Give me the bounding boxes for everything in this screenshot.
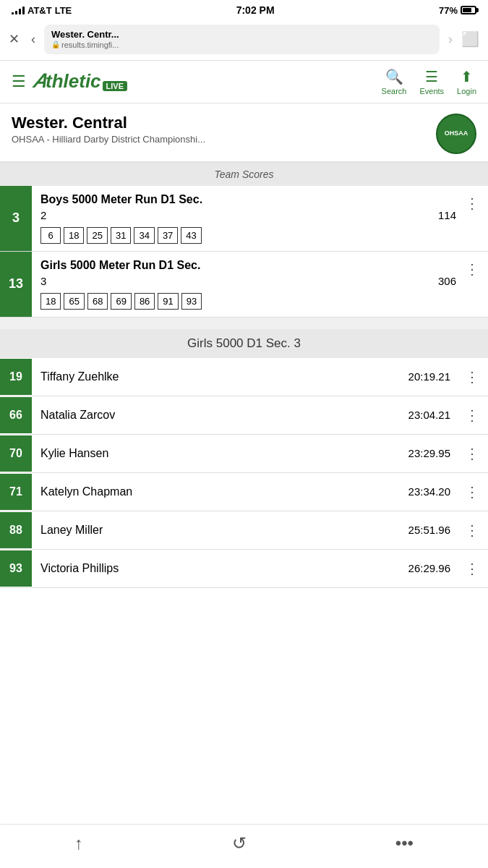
hamburger-icon[interactable]: ☰ [12,72,26,91]
result-menu-5[interactable]: ⋮ [456,511,488,549]
back-icon[interactable]: ‹ [31,32,35,47]
header-actions: 🔍 Search ☰ Events ⬆ Login [382,68,476,95]
result-bib-2: 66 [0,397,32,433]
team-scores-section-title: Team Scores [0,163,488,186]
search-action[interactable]: 🔍 Search [382,68,407,95]
page-title: Wester. Central [12,114,205,132]
event-section-header: Girls 5000 D1 Sec. 3 [0,329,488,358]
result-time-4: 23:34.20 [403,475,456,508]
card-content-2: Girls 5000 Meter Run D1 Sec. 3 306 18 65… [32,252,465,317]
result-name-2: Natalia Zarcov [32,399,403,432]
battery-icon [461,6,476,14]
place-2-5: 86 [134,293,155,310]
card-section-1: 2 [40,209,46,221]
result-bib-3: 70 [0,435,32,472]
result-time-5: 25:51.96 [403,514,456,546]
result-menu-4[interactable]: ⋮ [456,473,488,511]
result-name-5: Laney Miller [32,514,403,547]
result-name-6: Victoria Phillips [32,552,403,585]
place-2-7: 93 [181,293,202,310]
result-time-6: 26:29.96 [403,552,456,584]
result-menu-1[interactable]: ⋮ [456,358,488,396]
team-score-card-2: 13 Girls 5000 Meter Run D1 Sec. 3 306 18… [0,252,488,318]
result-row-6: 93 Victoria Phillips 26:29.96 ⋮ [0,550,488,588]
signal-icon [12,6,25,14]
result-menu-6[interactable]: ⋮ [456,550,488,587]
browser-nav-icons: ✕ ‹ [9,31,35,47]
result-row-3: 70 Kylie Hansen 23:29.95 ⋮ [0,435,488,473]
browser-chrome: ✕ ‹ Wester. Centr... 🔒 results.timingfi.… [0,19,488,61]
logo-text: 𝘈 thletic LIVE [33,69,127,93]
carrier-label: AT&T [27,5,52,16]
result-time-1: 20:19.21 [403,360,456,393]
result-name-4: Katelyn Chapman [32,475,403,509]
close-icon[interactable]: ✕ [9,31,20,47]
network-label: LTE [55,5,72,16]
place-2-1: 18 [40,293,61,310]
card-row-2: 3 306 [40,275,456,287]
place-1-1: 6 [40,227,61,244]
result-row-5: 88 Laney Miller 25:51.96 ⋮ [0,511,488,550]
card-score-2: 306 [438,275,456,287]
event-name-2: Girls 5000 Meter Run D1 Sec. [40,259,456,272]
place-2-3: 68 [87,293,108,310]
status-right: 77% [439,5,476,16]
result-name-3: Kylie Hansen [32,437,403,470]
result-row-4: 71 Katelyn Chapman 23:34.20 ⋮ [0,473,488,511]
place-1-3: 25 [87,227,107,244]
content-area: Team Scores 3 Boys 5000 Meter Run D1 Sec… [0,163,488,639]
places-row-1: 6 18 25 31 34 37 43 [40,227,456,244]
result-bib-4: 71 [0,474,32,510]
place-2-4: 69 [111,293,131,310]
place-1-4: 31 [111,227,131,244]
events-action[interactable]: ☰ Events [419,68,444,95]
card-content-1: Boys 5000 Meter Run D1 Sec. 2 114 6 18 2… [32,186,465,251]
page-header-text: Wester. Central OHSAA - Hilliard Darby D… [12,114,205,145]
place-2-2: 65 [64,293,84,310]
result-menu-2[interactable]: ⋮ [456,396,488,434]
card-row-1: 2 114 [40,209,456,221]
ohsaa-logo: OHSAA [436,114,476,154]
result-row-2: 66 Natalia Zarcov 23:04.21 ⋮ [0,396,488,435]
card-section-2: 3 [40,275,46,287]
result-row-1: 19 Tiffany Zuehlke 20:19.21 ⋮ [0,358,488,396]
places-row-2: 18 65 68 69 86 91 93 [40,293,456,310]
address-bar[interactable]: Wester. Centr... 🔒 results.timingfi... [44,25,440,54]
rank-badge-2: 13 [0,252,32,317]
result-bib-1: 19 [0,359,32,395]
place-2-6: 91 [158,293,178,310]
rank-badge-1: 3 [0,186,32,251]
result-menu-3[interactable]: ⋮ [456,435,488,472]
bookmark-icon[interactable]: ⬜ [461,30,479,48]
section-divider [0,318,488,329]
logo-name: thletic [46,70,101,93]
team-score-card-1: 3 Boys 5000 Meter Run D1 Sec. 2 114 6 18… [0,186,488,252]
lock-icon: 🔒 [51,41,60,49]
result-time-2: 23:04.21 [403,399,456,431]
page-subtitle: OHSAA - Hilliard Darby District Champion… [12,134,205,145]
page-header: Wester. Central OHSAA - Hilliard Darby D… [0,103,488,163]
card-menu-2[interactable]: ⋮ [465,252,488,285]
app-header: ☰ 𝘈 thletic LIVE 🔍 Search ☰ Events ⬆ Log… [0,61,488,103]
place-1-2: 18 [64,227,84,244]
login-action[interactable]: ⬆ Login [457,68,476,95]
events-label: Events [419,87,444,95]
result-bib-5: 88 [0,512,32,548]
logo-live-badge: LIVE [103,81,127,91]
url-label: 🔒 results.timingfi... [51,41,432,50]
page-title-browser: Wester. Centr... [51,29,432,41]
search-icon: 🔍 [385,68,403,85]
card-menu-1[interactable]: ⋮ [465,186,488,219]
place-1-6: 37 [158,227,178,244]
result-name-1: Tiffany Zuehlke [32,360,403,393]
place-1-5: 34 [134,227,154,244]
place-1-7: 43 [181,227,201,244]
time-label: 7:02 PM [236,4,275,16]
result-bib-6: 93 [0,550,32,587]
forward-icon[interactable]: › [448,32,453,47]
login-label: Login [457,87,476,95]
result-time-3: 23:29.95 [403,437,456,469]
battery-percent: 77% [439,5,458,16]
login-icon: ⬆ [461,68,473,85]
events-icon: ☰ [425,68,438,85]
